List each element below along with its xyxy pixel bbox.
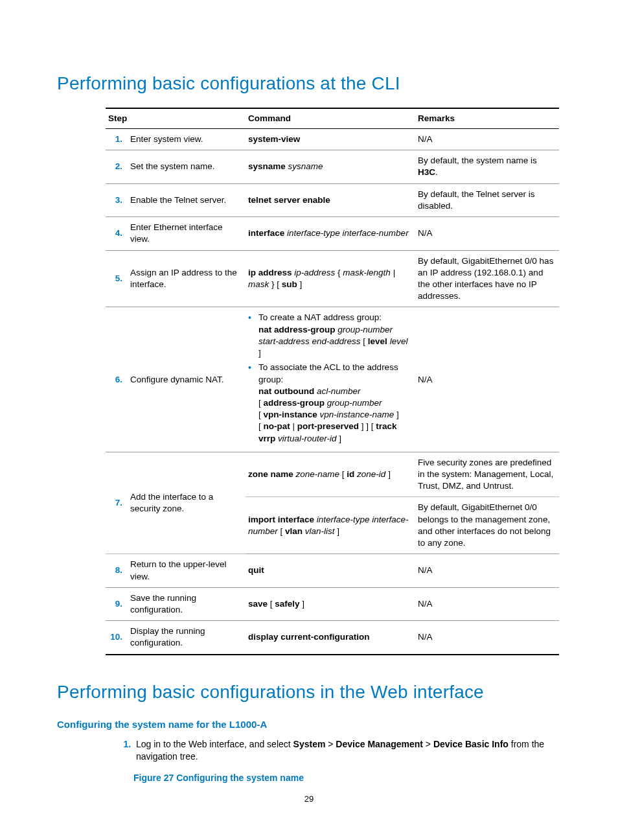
breadcrumb-sep: > <box>325 739 336 749</box>
page-number: 29 <box>0 793 618 805</box>
step-number: 6. <box>106 307 128 452</box>
web-step-1: Log in to the Web interface, and select … <box>133 738 560 763</box>
step-remarks: By default, the Telnet server is disable… <box>415 183 559 216</box>
step-desc: Save the running configuration. <box>128 587 246 620</box>
step-remarks: Five security zones are predefined in th… <box>415 452 559 497</box>
step-remarks: N/A <box>415 129 559 150</box>
step-command: system-view <box>246 129 415 150</box>
step-command: zone name zone-name [ id zone-id ] <box>246 452 415 497</box>
subheading-sysname: Configuring the system name for the L100… <box>57 718 560 731</box>
step-remarks: By default, GigabitEthernet 0/0 belongs … <box>415 497 559 554</box>
step-desc: Enable the Telnet server. <box>128 183 246 216</box>
step-number: 2. <box>106 150 128 183</box>
step-command: To create a NAT address group:nat addres… <box>246 307 415 452</box>
breadcrumb-part: Device Basic Info <box>433 739 509 749</box>
step-desc: Configure dynamic NAT. <box>128 307 246 452</box>
step-desc: Return to the upper-level view. <box>128 554 246 587</box>
step-command: quit <box>246 554 415 587</box>
step-number: 3. <box>106 183 128 216</box>
step-remarks: N/A <box>415 621 559 655</box>
step-desc: Add the interface to a security zone. <box>128 452 246 554</box>
breadcrumb-part: System <box>293 739 326 749</box>
step-command: save [ safely ] <box>246 587 415 620</box>
step-remarks: N/A <box>415 554 559 587</box>
step-number: 4. <box>106 217 128 250</box>
heading-cli: Performing basic configurations at the C… <box>57 71 560 96</box>
step-remarks: N/A <box>415 587 559 620</box>
web-steps-list: Log in to the Web interface, and select … <box>97 738 560 763</box>
bullet: To associate the ACL to the address grou… <box>248 362 410 445</box>
step-command: sysname sysname <box>246 150 415 183</box>
cli-steps-table: Step Command Remarks 1.Enter system view… <box>106 108 559 655</box>
breadcrumb-sep: > <box>423 739 433 749</box>
step-desc: Enter system view. <box>128 129 246 150</box>
step-command: telnet server enable <box>246 183 415 216</box>
step-remarks: By default, the system name is H3C. <box>415 150 559 183</box>
step-number: 8. <box>106 554 128 587</box>
th-command: Command <box>246 108 415 129</box>
step-desc: Enter Ethernet interface view. <box>128 217 246 250</box>
figure-caption: Figure 27 Configuring the system name <box>97 772 560 784</box>
step-command: import interface interface-type interfac… <box>246 497 415 554</box>
step-desc: Set the system name. <box>128 150 246 183</box>
step-number: 9. <box>106 587 128 620</box>
breadcrumb-part: Device Management <box>336 739 423 749</box>
step-number: 7. <box>106 452 128 554</box>
bullet: To create a NAT address group:nat addres… <box>248 312 410 359</box>
step-remarks: N/A <box>415 217 559 250</box>
step-number: 5. <box>106 250 128 307</box>
th-step: Step <box>106 108 246 129</box>
step-desc: Display the running configuration. <box>128 621 246 655</box>
step-command: display current-configuration <box>246 621 415 655</box>
step-remarks: By default, GigabitEthernet 0/0 has an I… <box>415 250 559 307</box>
step-command: ip address ip-address { mask-length | ma… <box>246 250 415 307</box>
step-number: 1. <box>106 129 128 150</box>
text: Log in to the Web interface, and select <box>136 739 293 749</box>
th-remarks: Remarks <box>415 108 559 129</box>
heading-web: Performing basic configurations in the W… <box>57 680 560 705</box>
step-desc: Assign an IP address to the interface. <box>128 250 246 307</box>
step-remarks: N/A <box>415 307 559 452</box>
step-command: interface interface-type interface-numbe… <box>246 217 415 250</box>
step-number: 10. <box>106 621 128 655</box>
